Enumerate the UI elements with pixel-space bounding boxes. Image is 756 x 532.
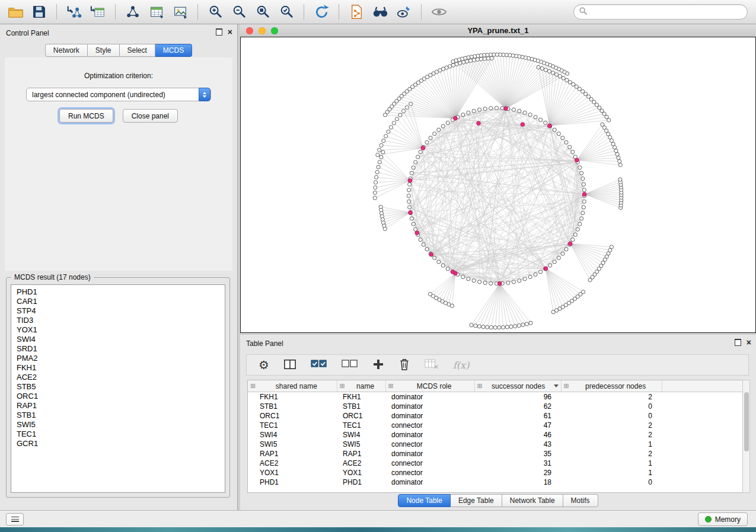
tab-select[interactable]: Select [120, 44, 155, 57]
table-cell[interactable]: 0 [561, 477, 662, 487]
table-cell[interactable]: 96 [474, 392, 561, 402]
zoom-out-button[interactable] [228, 2, 250, 21]
table-cell[interactable]: SWI4 [337, 430, 385, 440]
tab-motifs[interactable]: Motifs [563, 494, 598, 507]
mcds-result-item[interactable]: TEC1 [11, 430, 225, 439]
mcds-result-item[interactable]: SWI4 [11, 335, 225, 344]
mcds-result-item[interactable]: RAP1 [11, 401, 225, 411]
function-builder-button[interactable]: f(x) [453, 357, 469, 373]
table-cell[interactable]: TEC1 [248, 421, 337, 430]
scrollbar-thumb[interactable] [744, 392, 749, 451]
table-cell[interactable]: dominator [385, 402, 474, 411]
mcds-result-item[interactable]: SRD1 [11, 344, 225, 354]
table-cell[interactable]: connector [385, 459, 474, 468]
export-image-button[interactable] [170, 2, 191, 21]
table-row[interactable]: PHD1PHD1dominator180 [248, 477, 749, 487]
table-cell[interactable]: dominator [385, 430, 474, 440]
find-network-button[interactable] [369, 2, 391, 21]
table-cell[interactable]: 2 [561, 449, 662, 459]
table-cell[interactable]: connector [385, 468, 474, 477]
zoom-selected-button[interactable] [276, 2, 297, 21]
mcds-result-item[interactable]: ACE2 [11, 373, 225, 382]
table-cell[interactable]: 18 [474, 477, 561, 487]
table-row[interactable]: RAP1RAP1dominator352 [248, 449, 749, 459]
table-settings-button[interactable]: ⚙ [259, 357, 269, 373]
table-cell[interactable]: dominator [385, 449, 474, 459]
table-cell[interactable]: ORC1 [337, 411, 385, 421]
refresh-network-button[interactable] [311, 2, 332, 21]
tab-network-table[interactable]: Network Table [502, 494, 563, 507]
table-cell[interactable]: dominator [385, 392, 474, 402]
network-graph[interactable] [241, 37, 755, 332]
mcds-result-item[interactable]: GCR1 [11, 439, 225, 448]
memory-button[interactable]: Memory [698, 512, 748, 526]
mcds-result-item[interactable]: ORC1 [11, 392, 225, 401]
table-cell[interactable]: 2 [561, 392, 662, 402]
table-row[interactable]: ORC1ORC1dominator610 [248, 411, 749, 421]
run-mcds-button[interactable]: Run MCDS [59, 109, 113, 123]
table-cell[interactable]: 35 [474, 449, 561, 459]
mcds-result-item[interactable]: PHD1 [11, 287, 225, 297]
table-cell[interactable]: 61 [474, 411, 561, 421]
add-column-button[interactable] [372, 357, 384, 373]
delete-column-button[interactable] [398, 357, 410, 373]
table-cell[interactable]: ACE2 [248, 459, 337, 468]
table-cell[interactable]: 62 [474, 402, 561, 411]
mcds-result-item[interactable]: SWI5 [11, 420, 225, 430]
table-row[interactable]: ACE2ACE2connector311 [248, 459, 749, 468]
table-cell[interactable]: connector [385, 421, 474, 430]
table-cell[interactable]: FKH1 [248, 392, 337, 402]
table-cell[interactable]: PHD1 [248, 477, 337, 487]
table-cell[interactable]: 2 [561, 430, 662, 440]
mcds-result-item[interactable]: STP4 [11, 306, 225, 316]
column-header-name[interactable]: ⊞name [337, 380, 385, 392]
import-network-button[interactable] [63, 2, 85, 21]
table-row[interactable]: SWI4SWI4dominator462 [248, 430, 749, 440]
new-network-button[interactable] [122, 2, 143, 21]
table-cell[interactable]: ORC1 [248, 411, 337, 421]
mcds-result-item[interactable]: YOX1 [11, 325, 225, 335]
close-panel-icon[interactable]: × [747, 339, 751, 346]
table-cell[interactable]: TEC1 [337, 421, 385, 430]
table-cell[interactable]: 47 [474, 421, 561, 430]
criterion-dropdown[interactable]: largest connected component (undirected) [26, 88, 211, 101]
mcds-result-item[interactable]: FKH1 [11, 363, 225, 373]
table-cell[interactable]: 46 [474, 430, 561, 440]
mcds-result-list[interactable]: PHD1CAR1STP4TID3YOX1SWI4SRD1PMA2FKH1ACE2… [11, 284, 225, 493]
show-graphics-details-button[interactable] [428, 2, 449, 21]
table-cell[interactable]: 0 [561, 411, 662, 421]
column-header-shared-name[interactable]: ⊞shared name [248, 380, 337, 392]
mcds-result-item[interactable]: TID3 [11, 316, 225, 325]
table-cell[interactable]: 31 [474, 459, 561, 468]
tab-style[interactable]: Style [88, 44, 120, 57]
deselect-all-button[interactable] [342, 357, 358, 373]
tab-network[interactable]: Network [45, 44, 88, 57]
share-document-button[interactable] [346, 2, 367, 21]
table-cell[interactable]: 0 [561, 402, 662, 411]
table-cell[interactable]: ACE2 [337, 459, 385, 468]
panel-menu-button[interactable] [6, 513, 24, 525]
table-cell[interactable]: YOX1 [337, 468, 385, 477]
table-cell[interactable]: STB1 [337, 402, 385, 411]
zoom-in-button[interactable] [205, 2, 226, 21]
table-cell[interactable]: dominator [385, 477, 474, 487]
table-cell[interactable]: PHD1 [337, 477, 385, 487]
table-cell[interactable]: SWI4 [248, 430, 337, 440]
search-input[interactable] [591, 7, 742, 17]
tab-edge-table[interactable]: Edge Table [451, 494, 502, 507]
import-table-button[interactable] [87, 2, 109, 21]
column-header-successor-nodes[interactable]: ⊞successor nodes [474, 380, 561, 392]
close-panel-icon[interactable]: × [228, 28, 232, 36]
table-row[interactable]: STB1STB1dominator620 [248, 402, 749, 411]
column-header-mcds-role[interactable]: ⊞MCDS role [385, 380, 474, 392]
table-cell[interactable]: 2 [561, 421, 662, 430]
column-header-predecessor-nodes[interactable]: ⊞predecessor nodes [561, 380, 662, 392]
table-cell[interactable]: 1 [561, 459, 662, 468]
hide-graphics-button[interactable] [393, 2, 414, 21]
table-row[interactable]: YOX1YOX1connector291 [248, 468, 749, 477]
tab-node-table[interactable]: Node Table [398, 494, 451, 507]
select-all-button[interactable] [311, 357, 327, 373]
zoom-fit-button[interactable] [252, 2, 273, 21]
mcds-result-item[interactable]: PMA2 [11, 354, 225, 363]
tab-mcds[interactable]: MCDS [155, 44, 192, 57]
